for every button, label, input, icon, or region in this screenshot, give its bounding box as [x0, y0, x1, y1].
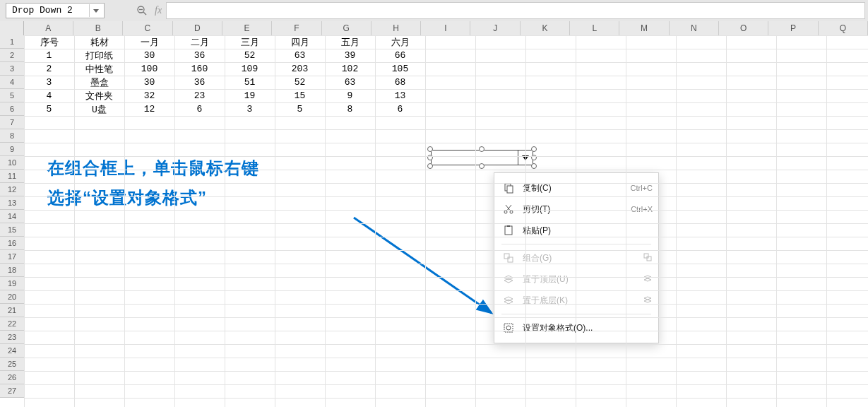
cell[interactable]: 2	[24, 62, 74, 76]
col-header[interactable]: L	[570, 21, 619, 35]
cell[interactable]: 墨盒	[74, 76, 124, 89]
selection-handle[interactable]	[427, 146, 433, 152]
name-box[interactable]: Drop Down 2	[6, 3, 105, 18]
col-header[interactable]: Q	[819, 21, 868, 35]
cell[interactable]: 13	[375, 89, 425, 102]
cell[interactable]: 9	[325, 89, 375, 102]
cell[interactable]: 三月	[225, 35, 275, 49]
select-all-corner[interactable]	[0, 21, 24, 35]
cell[interactable]: 一月	[124, 35, 174, 49]
col-header[interactable]: F	[272, 21, 321, 35]
cell[interactable]: 六月	[375, 35, 425, 49]
col-header[interactable]: G	[322, 21, 371, 35]
cell[interactable]: 3	[24, 76, 74, 89]
row-header[interactable]: 1	[0, 35, 24, 49]
form-control-selection[interactable]	[431, 150, 533, 165]
cell[interactable]: 序号	[24, 35, 74, 49]
col-header[interactable]: K	[521, 21, 570, 35]
menu-item-format-object[interactable]: 设置对象格式(O)...	[494, 317, 658, 338]
row-header[interactable]: 2	[0, 49, 24, 62]
cell[interactable]: 52	[275, 76, 325, 89]
fx-label[interactable]: fx	[155, 5, 162, 16]
cells-area[interactable]: 序号耗材一月二月三月四月五月六月1打印纸3036526339662中性笔1001…	[24, 35, 868, 407]
cell[interactable]: 63	[275, 49, 325, 62]
col-header[interactable]: E	[222, 21, 272, 35]
col-header[interactable]: M	[619, 21, 669, 35]
cell[interactable]: 12	[124, 102, 174, 116]
dropdown-arrow-icon[interactable]	[89, 4, 102, 17]
row-header[interactable]: 14	[0, 210, 24, 223]
cell[interactable]: 3	[225, 102, 275, 116]
selection-handle[interactable]	[479, 163, 484, 169]
row-header[interactable]: 5	[0, 89, 24, 102]
row-header[interactable]: 10	[0, 156, 24, 170]
row-header[interactable]: 4	[0, 76, 24, 89]
formula-input[interactable]	[166, 2, 865, 19]
cell[interactable]: 19	[225, 89, 275, 102]
magnifier-minus-icon[interactable]	[136, 5, 148, 16]
row-header[interactable]: 27	[0, 384, 24, 398]
cell[interactable]: 102	[325, 62, 375, 76]
col-header[interactable]: N	[670, 21, 719, 35]
cell[interactable]: 36	[174, 76, 225, 89]
cell[interactable]: 63	[325, 76, 375, 89]
cell[interactable]: 8	[325, 102, 375, 116]
cell[interactable]: 30	[124, 76, 174, 89]
cell[interactable]: 5	[24, 102, 74, 116]
col-header[interactable]: C	[123, 21, 172, 35]
cell[interactable]: 6	[375, 102, 425, 116]
selection-handle[interactable]	[427, 163, 433, 169]
menu-item-copy[interactable]: 复制(C) Ctrl+C	[494, 177, 658, 199]
menu-item-cut[interactable]: 剪切(T) Ctrl+X	[494, 199, 658, 220]
row-header[interactable]: 9	[0, 143, 24, 156]
row-header[interactable]: 8	[0, 129, 24, 143]
cell[interactable]: 中性笔	[74, 62, 124, 76]
cell[interactable]: 160	[174, 62, 225, 76]
cell[interactable]: 四月	[275, 35, 325, 49]
cell[interactable]: U盘	[74, 102, 124, 116]
cell[interactable]: 36	[174, 49, 225, 62]
cell[interactable]: 15	[275, 89, 325, 102]
cell[interactable]: 1	[24, 49, 74, 62]
selection-handle[interactable]	[479, 146, 484, 152]
col-header[interactable]: H	[371, 21, 421, 35]
cell[interactable]: 30	[124, 49, 174, 62]
row-header[interactable]: 26	[0, 371, 24, 384]
cell[interactable]: 32	[124, 89, 174, 102]
cell[interactable]: 52	[225, 49, 275, 62]
row-header[interactable]: 7	[0, 116, 24, 129]
selection-handle[interactable]	[531, 146, 537, 152]
row-header[interactable]: 20	[0, 290, 24, 304]
col-header[interactable]: I	[421, 21, 470, 35]
cell[interactable]: 6	[174, 102, 225, 116]
cell[interactable]: 203	[275, 62, 325, 76]
selection-handle[interactable]	[531, 163, 537, 169]
row-header[interactable]: 17	[0, 250, 24, 264]
cell[interactable]: 文件夹	[74, 89, 124, 102]
cell[interactable]: 23	[174, 89, 225, 102]
row-header[interactable]: 18	[0, 264, 24, 277]
cell[interactable]: 4	[24, 89, 74, 102]
row-header[interactable]: 12	[0, 183, 24, 196]
cell[interactable]: 二月	[174, 35, 225, 49]
row-header[interactable]: 19	[0, 277, 24, 290]
row-header[interactable]: 13	[0, 196, 24, 210]
row-header[interactable]: 24	[0, 344, 24, 358]
col-header[interactable]: B	[73, 21, 123, 35]
row-header[interactable]: 23	[0, 331, 24, 344]
cell[interactable]: 109	[225, 62, 275, 76]
row-header[interactable]: 15	[0, 223, 24, 237]
cell[interactable]: 打印纸	[74, 49, 124, 62]
col-header[interactable]: D	[173, 21, 222, 35]
cell[interactable]: 耗材	[74, 35, 124, 49]
col-header[interactable]: O	[719, 21, 768, 35]
cell[interactable]: 5	[275, 102, 325, 116]
cell[interactable]: 68	[375, 76, 425, 89]
cell[interactable]: 66	[375, 49, 425, 62]
cell[interactable]: 五月	[325, 35, 375, 49]
col-header[interactable]: A	[24, 21, 73, 35]
cell[interactable]: 39	[325, 49, 375, 62]
col-header[interactable]: J	[470, 21, 520, 35]
row-header[interactable]: 6	[0, 102, 24, 116]
row-header[interactable]: 16	[0, 237, 24, 250]
